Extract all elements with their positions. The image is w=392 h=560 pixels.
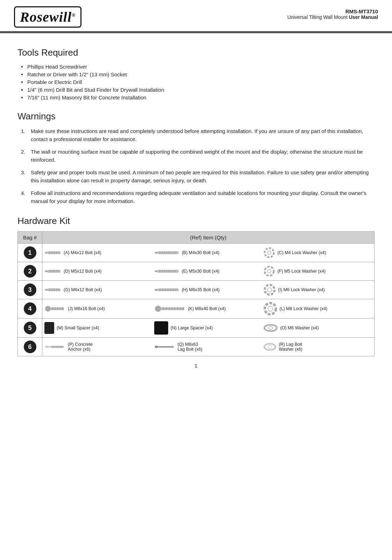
col-items: (Ref) Item (Qty): [42, 232, 375, 244]
item-group: (R) Lag Bolt Washer (x6): [264, 342, 372, 352]
table-row: 4: [18, 299, 375, 318]
items-cell: (D) M5x12 Bolt (x4): [42, 262, 375, 281]
svg-rect-20: [48, 270, 60, 273]
item-group: (L) M8 Lock Washer (x4): [264, 302, 372, 315]
tools-section: Tools Required Phillips Head Screwdriver…: [17, 47, 375, 100]
washer-flat-icon: [264, 324, 278, 332]
svg-rect-45: [155, 289, 158, 291]
bag-number: 3: [24, 284, 36, 296]
bag-number-cell: 1: [18, 244, 42, 262]
bolt-icon: [44, 250, 61, 256]
bolt-icon: [154, 287, 179, 293]
registered-mark: ®: [72, 13, 75, 18]
list-item: Safety gear and proper tools must be use…: [21, 169, 375, 184]
table-row: 6: [18, 338, 375, 356]
item-group: (A) M4x12 Bolt (x4): [44, 250, 153, 256]
svg-point-55: [268, 288, 272, 292]
bag-number-cell: 6: [18, 338, 42, 356]
svg-rect-26: [155, 271, 157, 272]
items-cell: (M) Small Spacer (x4) (N) Large Spacer (…: [42, 318, 375, 338]
tools-title: Tools Required: [17, 47, 375, 58]
item-label: (R) Lag Bolt Washer (x6): [279, 342, 302, 352]
item-group: (N) Large Spacer (x4): [154, 321, 263, 335]
item-group: (P) Concrete Anchor (x6): [44, 342, 153, 352]
bolt-icon: [154, 305, 186, 313]
bag-number-cell: 5: [18, 318, 42, 338]
model-number: RMS-MT3710: [287, 8, 378, 14]
item-group: (H) M6x35 Bolt (x4): [154, 287, 263, 293]
bag-number-cell: 2: [18, 262, 42, 281]
item-label: (H) M6x35 Bolt (x4): [182, 287, 220, 292]
item-label: (O) M6 Washer (x4): [280, 326, 319, 330]
anchor-icon: [44, 343, 65, 351]
items-cell: (J) M8x16 Bolt (x4): [42, 299, 375, 318]
item-group: (D) M5x12 Bolt (x4): [44, 268, 153, 274]
item-group: (G) M6x12 Bolt (x4): [44, 287, 153, 293]
header-info: RMS-MT3710 Universal Tilting Wall Mount …: [287, 6, 378, 20]
product-subtitle: Universal Tilting Wall Mount User Manual: [287, 14, 378, 20]
lock-washer-icon: [264, 247, 275, 258]
bag-number: 4: [24, 302, 36, 315]
item-label: (P) Concrete Anchor (x6): [68, 342, 93, 352]
tools-list: Phillips Head Screwdriver Ratchet or Dri…: [21, 64, 375, 100]
main-content: Tools Required Phillips Head Screwdriver…: [0, 33, 392, 379]
item-group: (O) M6 Washer (x4): [264, 324, 372, 332]
lock-washer-large-icon: [264, 302, 277, 315]
list-item: Follow all instructions and recommendati…: [21, 189, 375, 205]
svg-rect-78: [47, 346, 51, 348]
bag-number: 5: [24, 322, 36, 334]
svg-point-74: [268, 306, 273, 311]
hardware-section: Hardware Kit Bag # (Ref) Item (Qty) 1: [17, 216, 375, 356]
svg-rect-7: [155, 252, 157, 254]
list-item: Make sure these instructions are read an…: [21, 127, 375, 143]
item-group: (F) M5 Lock Washer (x4): [264, 266, 372, 277]
svg-rect-1: [48, 251, 60, 254]
list-item: 7/16" (11 mm) Masonry Bit for Concrete I…: [21, 94, 375, 100]
list-item: The wall or mounting surface must be cap…: [21, 148, 375, 164]
bolt-icon: [154, 268, 179, 274]
item-group: (Q) M8x63 Lag Bolt (x6): [154, 342, 263, 352]
list-item: Ratchet or Driver with 1/2" (13 mm) Sock…: [21, 71, 375, 77]
item-group: (M) Small Spacer (x4): [44, 322, 153, 334]
hardware-table: Bag # (Ref) Item (Qty) 1: [17, 231, 375, 356]
svg-rect-38: [45, 289, 48, 291]
item-group: (C) M4 Lock Washer (x4): [264, 247, 372, 258]
items-cell: (P) Concrete Anchor (x6): [42, 338, 375, 356]
item-label: (Q) M8x63 Lag Bolt (x6): [178, 342, 202, 352]
list-item: Portable or Electric Drill: [21, 79, 375, 85]
svg-rect-0: [45, 252, 48, 254]
lock-washer-icon: [264, 284, 276, 296]
lag-bolt-icon: [154, 343, 175, 351]
page-number: 1: [17, 363, 375, 369]
bag-number-cell: 3: [18, 281, 42, 299]
lag-washer-icon: [264, 343, 276, 351]
item-label: (J) M8x16 Bolt (x4): [68, 306, 105, 311]
table-row: 2: [18, 262, 375, 281]
list-item: 1/4" (6 mm) Drill Bit and Stud Finder fo…: [21, 87, 375, 93]
items-cell: (G) M6x12 Bolt (x4): [42, 281, 375, 299]
svg-point-76: [269, 327, 273, 329]
item-label: (A) M4x12 Bolt (x4): [64, 250, 101, 255]
table-row: 5 (M) Small Spacer (x4) (N) Large Spacer…: [18, 318, 375, 338]
item-label: (L) M8 Lock Washer (x4): [279, 306, 327, 311]
svg-point-56: [45, 306, 51, 312]
item-group: (I) M6 Lock Washer (x4): [264, 284, 372, 296]
bolt-icon: [44, 268, 61, 274]
item-label: (F) M5 Lock Washer (x4): [277, 269, 326, 274]
svg-point-95: [268, 345, 272, 348]
page-header: Rosewill® RMS-MT3710 Universal Tilting W…: [0, 0, 392, 31]
svg-rect-19: [45, 271, 48, 272]
item-label: (C) M4 Lock Washer (x4): [277, 250, 326, 255]
svg-point-63: [155, 306, 161, 312]
svg-rect-86: [158, 346, 174, 348]
item-label: (K) M8x40 Bolt (x4): [188, 306, 226, 311]
item-group: (J) M8x16 Bolt (x4): [44, 305, 153, 313]
item-label: (B) M4x30 Bolt (x4): [182, 250, 220, 255]
svg-rect-39: [48, 288, 60, 291]
hardware-title: Hardware Kit: [17, 216, 375, 226]
item-label: (I) M6 Lock Washer (x4): [278, 287, 325, 292]
bolt-icon: [154, 250, 179, 256]
svg-point-37: [268, 270, 271, 273]
item-group: (K) M8x40 Bolt (x4): [154, 305, 263, 313]
item-label: (N) Large Spacer (x4): [171, 326, 213, 330]
